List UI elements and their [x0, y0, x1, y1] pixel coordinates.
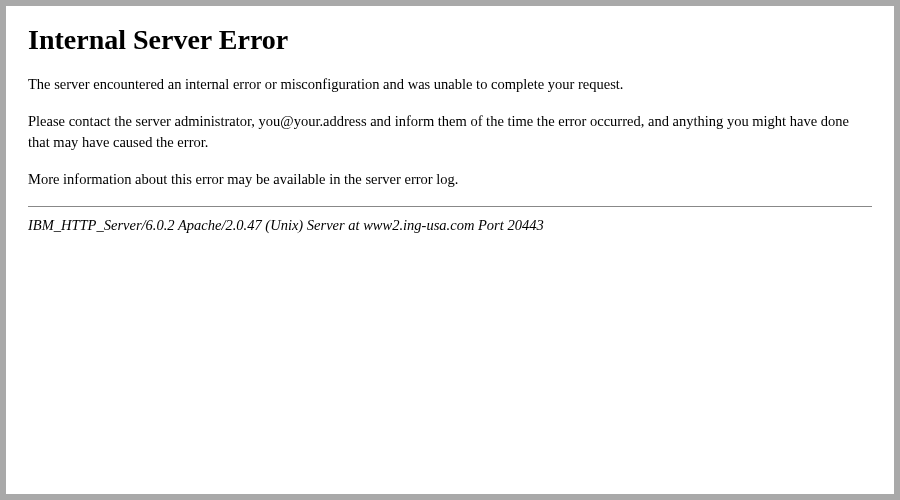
error-description-3: More information about this error may be… [28, 169, 872, 190]
divider [28, 206, 872, 207]
error-title: Internal Server Error [28, 24, 872, 56]
error-description-2: Please contact the server administrator,… [28, 111, 872, 153]
error-description-1: The server encountered an internal error… [28, 74, 872, 95]
server-signature: IBM_HTTP_Server/6.0.2 Apache/2.0.47 (Uni… [28, 217, 872, 234]
error-page-container: Internal Server Error The server encount… [6, 6, 894, 494]
